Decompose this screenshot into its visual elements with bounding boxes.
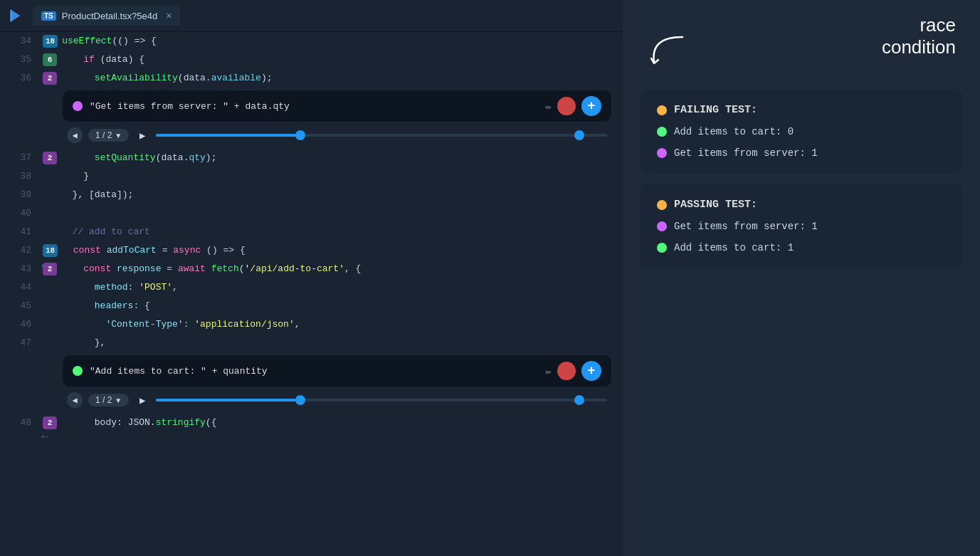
code-line-34: 18 useEffect(() => { [37, 32, 623, 51]
line-num-42: 42 [0, 241, 31, 260]
widget1-text: "Get items from server: " + data.qty [90, 101, 539, 112]
code-line-38: } [37, 167, 623, 186]
svg-point-3 [560, 108, 573, 115]
badge-2-line36: 2 [43, 72, 57, 85]
code-line-42: 18 const addToCart = async () => { [37, 241, 623, 260]
track-thumb-2 [295, 395, 305, 405]
badge-2-48: 2 [43, 416, 57, 429]
passing-item-2: Add items to cart: 1 [657, 242, 946, 253]
add-log-button[interactable]: + [581, 96, 601, 116]
line-numbers: 34 35 36 [0, 32, 37, 88]
line-num-41: 41 [0, 223, 31, 241]
code-line-48: 2 body: JSON.stringify({ [37, 414, 623, 432]
code-line-46: 'Content-Type': 'application/json', [37, 315, 623, 334]
line-num-34: 34 [0, 32, 31, 51]
code-area: ← ← 34 35 36 18 useEffect(() => { [0, 32, 623, 556]
counter-1-value: 1 / 2 [95, 130, 112, 140]
line-numbers-2: 37 38 39 40 41 42 43 44 45 46 47 [0, 149, 37, 352]
passing-dot [657, 200, 667, 210]
badge-6-line35: 6 [43, 53, 57, 66]
failing-item-2-dot [657, 148, 667, 158]
line-num-45: 45 [0, 297, 31, 315]
widget2-actions: ✏ + [546, 361, 601, 381]
counter-chevron-1: ▼ [115, 132, 122, 140]
avatar-1 [557, 97, 576, 115]
line-num-37: 37 [0, 149, 31, 167]
right-panel: racecondition FAILING TEST: Add items to… [623, 0, 980, 556]
widget-get-items: "Get items from server: " + data.qty ✏ + [63, 90, 611, 122]
failing-item-1-dot [657, 127, 667, 137]
failing-item-2: Get items from server: 1 [657, 147, 946, 159]
widget-dot-purple [73, 101, 83, 111]
counter-2-value: 1 / 2 [95, 395, 112, 405]
line-num-47: 47 [0, 334, 31, 352]
passing-test-header: PASSING TEST: [657, 199, 946, 211]
passing-test-label: PASSING TEST: [674, 199, 757, 211]
failing-test-card: FAILING TEST: Add items to cart: 0 Get i… [640, 90, 963, 173]
race-condition-text: racecondition [882, 14, 956, 58]
tab-bar: TS ProductDetail.tsx?5e4d × [0, 0, 623, 32]
line-num-39: 39 [0, 186, 31, 204]
counter-2[interactable]: 1 / 2 ▼ [88, 394, 129, 406]
failing-item-2-text: Get items from server: 1 [674, 147, 818, 159]
prev-button-2[interactable]: ◀ [67, 392, 83, 408]
code-line-44: method: 'POST', [37, 278, 623, 297]
track-1[interactable] [156, 134, 607, 137]
passing-item-1: Get items from server: 1 [657, 221, 946, 232]
track-fill-1 [156, 134, 300, 137]
play-button-1[interactable]: ▶ [135, 127, 150, 143]
play-button-2[interactable]: ▶ [135, 392, 150, 408]
avatar-2 [557, 362, 576, 380]
widget-dot-green [73, 366, 83, 376]
editor-tab[interactable]: TS ProductDetail.tsx?5e4d × [33, 6, 180, 26]
passing-item-1-text: Get items from server: 1 [674, 221, 818, 232]
editor-panel: TS ProductDetail.tsx?5e4d × ← ← 34 35 36… [0, 0, 623, 556]
line-num-44: 44 [0, 278, 31, 297]
add-log-button-2[interactable]: + [581, 361, 601, 381]
failing-dot [657, 105, 667, 115]
badge-18-line34: 18 [43, 35, 58, 48]
code-line-40 [37, 204, 623, 223]
line-num-35: 35 [0, 51, 31, 69]
line-num-40: 40 [0, 204, 31, 223]
widget2-text: "Add items to cart: " + quantity [90, 366, 539, 377]
edit-icon[interactable]: ✏ [546, 100, 552, 112]
race-condition-label: racecondition [640, 14, 963, 58]
code-line-35: 6 if (data) { [37, 51, 623, 69]
line-num-48: 48 [0, 414, 31, 432]
failing-test-label: FAILING TEST: [674, 104, 757, 116]
passing-test-card: PASSING TEST: Get items from server: 1 A… [640, 184, 963, 268]
svg-point-4 [563, 365, 570, 372]
code-line-39: }, [data]); [37, 186, 623, 204]
failing-item-1: Add items to cart: 0 [657, 126, 946, 137]
svg-point-2 [563, 100, 570, 107]
play-icon[interactable] [6, 6, 26, 26]
svg-point-5 [560, 373, 573, 380]
line-num-36: 36 [0, 69, 31, 88]
code-line-45: headers: { [37, 297, 623, 315]
passing-item-2-text: Add items to cart: 1 [674, 242, 794, 253]
scroll-left-button[interactable]: ← [41, 258, 49, 273]
badge-2-37: 2 [43, 152, 57, 164]
passing-item-1-dot [657, 221, 667, 231]
track-2[interactable] [156, 399, 607, 402]
failing-test-header: FAILING TEST: [657, 104, 946, 116]
scroll-left-button2[interactable]: ← [41, 429, 49, 444]
line-num-38: 38 [0, 167, 31, 186]
widget1-actions: ✏ + [546, 96, 601, 116]
code-line-43: 2 const response = await fetch('/api/add… [37, 260, 623, 278]
failing-item-1-text: Add items to cart: 0 [674, 126, 794, 137]
playback-bar-1: ◀ 1 / 2 ▼ ▶ [63, 125, 611, 146]
counter-1[interactable]: 1 / 2 ▼ [88, 129, 129, 142]
playback-bar-2: ◀ 1 / 2 ▼ ▶ [63, 389, 611, 411]
track-fill-2 [156, 399, 300, 402]
line-numbers-3: 48 [0, 414, 37, 432]
line-num-43: 43 [0, 260, 31, 278]
tab-close-button[interactable]: × [166, 10, 172, 21]
prev-button-1[interactable]: ◀ [67, 127, 83, 143]
badge-18-42: 18 [43, 244, 58, 257]
track-end-2 [574, 395, 584, 405]
code-line-41: // add to cart [37, 223, 623, 241]
edit-icon-2[interactable]: ✏ [546, 365, 552, 377]
line-num-46: 46 [0, 315, 31, 334]
